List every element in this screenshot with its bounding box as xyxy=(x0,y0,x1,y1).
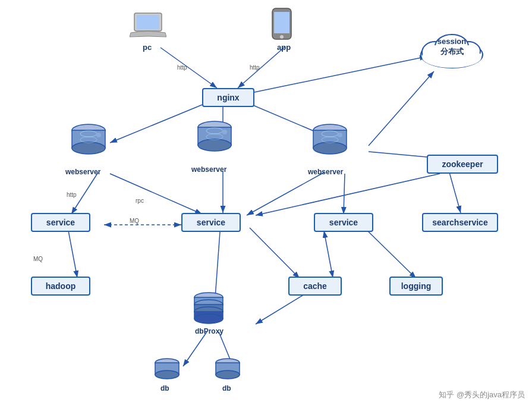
diagram: pc app http http nginx session分布式 xyxy=(0,0,532,405)
svg-line-3 xyxy=(160,48,217,88)
svg-rect-30 xyxy=(274,12,289,33)
svg-point-57 xyxy=(338,133,342,137)
webserver3-label: webserver xyxy=(308,168,343,176)
svg-point-67 xyxy=(155,371,179,379)
http-label-app: http xyxy=(250,64,260,71)
svg-line-14 xyxy=(344,174,345,214)
svg-line-16 xyxy=(68,231,77,278)
app-device xyxy=(270,7,293,44)
webserver1-label: webserver xyxy=(65,168,100,176)
http-label-pc: http xyxy=(177,64,187,71)
service3-node: service xyxy=(314,213,373,232)
svg-line-13 xyxy=(247,172,324,215)
svg-line-22 xyxy=(449,172,461,213)
mq-label-1: MQ xyxy=(130,218,139,224)
svg-line-20 xyxy=(363,226,416,278)
svg-line-4 xyxy=(238,46,285,88)
hadoop-node: hadoop xyxy=(31,277,90,296)
nginx-node: nginx xyxy=(202,88,254,107)
db2-icon xyxy=(213,357,243,383)
webserver2-icon xyxy=(196,119,233,162)
svg-point-45 xyxy=(96,133,101,137)
svg-point-54 xyxy=(313,142,347,154)
svg-point-70 xyxy=(216,371,240,379)
webserver1-icon xyxy=(70,122,107,165)
svg-line-11 xyxy=(110,174,202,214)
svg-line-8 xyxy=(254,56,427,92)
svg-line-19 xyxy=(324,231,333,278)
svg-point-48 xyxy=(198,139,231,151)
rpc-label: rpc xyxy=(136,197,144,204)
mq-label-2: MQ xyxy=(33,256,43,262)
service1-node: service xyxy=(31,213,90,232)
svg-point-42 xyxy=(72,142,105,154)
watermark: 知乎 @秀头的java程序员 xyxy=(439,390,525,400)
dbproxy-icon xyxy=(190,291,227,327)
db1-label: db xyxy=(160,384,169,393)
http-label-ws1: http xyxy=(67,191,77,198)
cache-node: cache xyxy=(288,277,342,296)
app-label: app xyxy=(277,43,291,52)
svg-line-26 xyxy=(256,291,309,324)
svg-line-24 xyxy=(183,332,207,366)
webserver2-label: webserver xyxy=(191,165,226,174)
session-cloud: session分布式 xyxy=(416,26,487,69)
pc-device xyxy=(130,11,166,44)
pc-label: pc xyxy=(143,43,152,52)
svg-line-18 xyxy=(250,228,300,278)
svg-point-31 xyxy=(280,35,284,39)
searchservice-node: searchservice xyxy=(422,213,498,232)
webserver3-icon xyxy=(311,122,348,165)
logging-node: logging xyxy=(389,277,443,296)
svg-point-64 xyxy=(194,314,223,324)
svg-line-9 xyxy=(369,71,434,146)
zookeeper-node: zookeeper xyxy=(427,155,498,174)
service2-node: service xyxy=(181,213,241,232)
db1-icon xyxy=(152,357,182,383)
svg-line-21 xyxy=(256,174,440,215)
dbproxy-label: dbProxy xyxy=(195,327,223,335)
svg-point-51 xyxy=(222,130,227,134)
db2-label: db xyxy=(222,384,231,393)
svg-rect-28 xyxy=(137,15,159,29)
